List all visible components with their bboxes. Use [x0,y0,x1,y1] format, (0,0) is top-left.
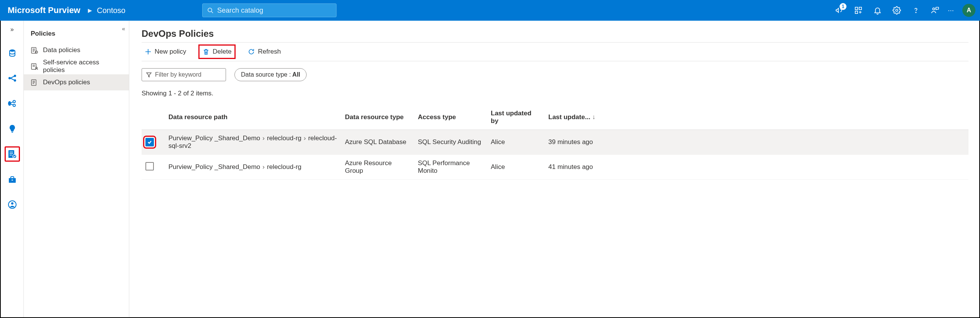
cell-access: SQL Performance Monito [414,155,487,180]
data-source-type-filter[interactable]: Data source type : All [234,68,307,81]
path-segment: relecloud-rg [267,163,302,170]
main-content: DevOps Policies New policy Delete Refres… [129,21,979,317]
breadcrumb[interactable]: Contoso [97,6,125,15]
col-checkbox [142,105,165,130]
svg-rect-4 [855,11,858,13]
filter-keyword-input[interactable]: Filter by keyword [142,68,226,81]
result-count: Showing 1 - 2 of 2 items. [142,90,968,97]
svg-rect-17 [10,152,13,152]
policies-table: Data resource path Data resource type Ac… [142,105,968,180]
devops-policies-icon [31,79,38,86]
gear-icon [893,6,901,15]
col-path[interactable]: Data resource path [165,105,341,130]
trash-icon [203,48,210,55]
directory-button[interactable] [849,0,868,21]
rail-pipeline[interactable] [5,96,20,111]
cell-updated_at: 39 minutes ago [544,130,968,155]
toolbar: New policy Delete Refresh [142,42,968,61]
rail-data-sources[interactable] [5,45,20,61]
svg-point-6 [916,12,916,13]
cell-type: Azure SQL Database [341,130,414,155]
rail-data-map[interactable] [5,70,20,86]
table-row[interactable]: Purview_Policy _Shared_Demo›relecloud-rg… [142,155,968,180]
svg-point-24 [11,202,13,205]
directory-icon [854,6,863,15]
rail-policy[interactable] [5,146,20,162]
svg-rect-19 [10,155,12,156]
self-service-icon [31,62,38,70]
col-updated-at[interactable]: Last update... [544,105,968,130]
svg-point-15 [13,104,15,107]
svg-point-14 [13,100,15,103]
subnav-item-self-service[interactable]: Self-service access policies [24,58,129,74]
svg-point-26 [35,51,38,53]
svg-rect-8 [936,7,939,10]
pill-value: All [292,71,300,78]
avatar[interactable]: A [962,4,975,17]
user-icon [8,200,17,209]
cell-updated_by: Alice [487,130,544,155]
plus-icon [145,48,152,55]
policies-subnav: « Policies Data policies Self-service ac… [24,21,129,317]
cell-path: Purview_Policy _Shared_Demo›relecloud-rg [165,155,341,180]
svg-rect-3 [859,7,861,10]
help-icon [912,6,920,15]
notifications-button[interactable] [868,0,887,21]
cell-type: Azure Resource Group [341,155,414,180]
chevron-right-icon: › [262,163,265,170]
subnav-collapse-button[interactable]: « [122,25,125,32]
subnav-item-label: Data policies [43,46,80,54]
refresh-icon [248,48,255,55]
row-checkbox[interactable] [145,162,154,170]
row-checkbox[interactable] [145,138,154,146]
delete-button[interactable]: Delete [198,44,236,59]
col-updated-by[interactable]: Last updated by [487,105,544,130]
col-type[interactable]: Data resource type [341,105,414,130]
cell-updated_by: Alice [487,155,544,180]
insights-icon [8,124,17,133]
data-map-icon [8,74,17,83]
subnav-item-label: Self-service access policies [43,59,122,74]
delete-label: Delete [213,48,231,56]
settings-button[interactable] [887,0,906,21]
data-policies-icon [31,46,38,54]
rail-insights[interactable] [5,121,20,136]
svg-rect-18 [10,153,13,154]
pipeline-icon [7,99,17,108]
subnav-item-data-policies[interactable]: Data policies [24,42,129,58]
notification-badge: 1 [840,3,846,10]
svg-point-11 [14,75,16,77]
rail-user[interactable] [5,197,20,212]
table-row[interactable]: Purview_Policy _Shared_Demo›relecloud-rg… [142,130,968,155]
svg-point-10 [9,77,10,79]
bell-icon [873,6,882,15]
help-button[interactable] [906,0,926,21]
rail-management[interactable] [5,172,20,187]
col-access[interactable]: Access type [414,105,487,130]
chevron-right-icon: › [262,134,265,142]
cell-access: SQL Security Auditing [414,130,487,155]
search-input[interactable]: Search catalog [202,3,337,17]
app-header: Microsoft Purview ▶ Contoso Search catal… [0,0,980,21]
svg-point-5 [896,9,898,11]
svg-point-0 [208,8,212,12]
brand[interactable]: Microsoft Purview [5,5,83,15]
svg-rect-2 [855,7,858,10]
new-policy-button[interactable]: New policy [142,46,189,58]
more-button[interactable]: ⋯ [945,7,958,14]
svg-rect-22 [12,180,13,180]
rail-expand-button[interactable]: » [8,24,16,35]
svg-point-9 [10,49,15,52]
policy-icon [7,149,17,159]
new-policy-label: New policy [155,48,186,56]
data-sources-icon [8,48,17,57]
svg-point-7 [933,8,935,10]
cell-updated_at: 41 minutes ago [544,155,968,180]
path-segment: Purview_Policy _Shared_Demo [168,134,260,142]
page-title: DevOps Policies [142,28,968,39]
feedback-button[interactable] [926,0,945,21]
subnav-item-devops[interactable]: DevOps policies [24,74,129,90]
announcements-button[interactable]: 1 [830,0,849,21]
refresh-button[interactable]: Refresh [245,46,284,58]
person-feedback-icon [931,6,939,15]
